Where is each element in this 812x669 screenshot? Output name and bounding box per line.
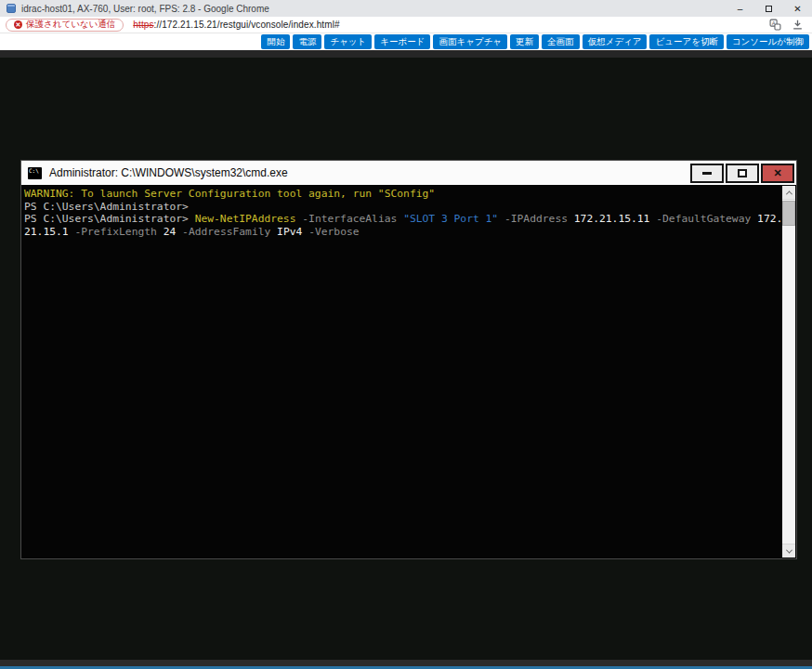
maximize-icon — [766, 6, 772, 12]
scroll-thumb[interactable] — [782, 201, 795, 226]
toolbar-button-4[interactable]: 画面キャプチャ — [433, 34, 507, 50]
toolbar-button-3[interactable]: キーボード — [374, 34, 430, 50]
cmd-prompt-icon: C:\ — [28, 167, 42, 179]
chevron-up-icon — [785, 190, 792, 197]
terminal-line: PS C:\Users\Administrator> New-NetIPAddr… — [24, 213, 779, 226]
toolbar-button-9[interactable]: コンソールが制御 — [727, 34, 809, 50]
chevron-down-icon — [785, 546, 792, 553]
terminal-line: PS C:\Users\Administrator> — [24, 201, 779, 214]
address-url[interactable]: https://172.21.15.21/restgui/vconsole/in… — [133, 20, 339, 30]
toolbar-button-5[interactable]: 更新 — [510, 34, 539, 50]
chrome-window-controls: – ✕ — [726, 0, 812, 17]
chrome-urlbar: ✕ 保護されていない通信 https://172.21.15.21/restgu… — [0, 17, 812, 33]
page-favicon — [7, 4, 16, 13]
cmd-window: C:\ Administrator: C:\WINDOWS\system32\c… — [20, 160, 797, 559]
vconsole-toolbar: 開始電源チャットキーボード画面キャプチャ更新全画面仮想メディアビューアを切断コン… — [0, 33, 812, 50]
url-scheme: https — [133, 20, 153, 30]
scroll-down-button[interactable] — [782, 544, 795, 558]
cmd-minimize-button[interactable] — [690, 164, 724, 183]
toolbar-button-7[interactable]: 仮想メディア — [583, 34, 648, 50]
not-secure-icon: ✕ — [14, 20, 22, 29]
toolbar-button-1[interactable]: 電源 — [293, 34, 321, 50]
scroll-up-button[interactable] — [782, 186, 795, 200]
translate-icon[interactable]: A — [769, 19, 781, 31]
cmd-window-controls: ✕ — [689, 161, 796, 185]
toolbar-button-2[interactable]: チャット — [324, 34, 372, 50]
chrome-close-button[interactable]: ✕ — [783, 0, 812, 17]
cmd-titlebar: C:\ Administrator: C:\WINDOWS\system32\c… — [21, 161, 796, 185]
chrome-minimize-button[interactable]: – — [726, 0, 754, 17]
remote-taskbar-strip — [0, 660, 812, 666]
toolbar-button-0[interactable]: 開始 — [261, 34, 290, 50]
maximize-icon — [738, 169, 747, 177]
window-title: idrac-host01, AX-760, User: root, FPS: 2… — [21, 4, 269, 14]
cmd-maximize-button[interactable] — [726, 164, 759, 183]
download-icon[interactable] — [792, 19, 804, 31]
cmd-close-button[interactable]: ✕ — [761, 164, 794, 183]
security-badge[interactable]: ✕ 保護されていない通信 — [6, 19, 124, 32]
remote-viewer[interactable]: C:\ Administrator: C:\WINDOWS\system32\c… — [0, 50, 812, 669]
security-badge-label: 保護されていない通信 — [26, 19, 115, 31]
toolbar-button-6[interactable]: 全画面 — [542, 34, 580, 50]
url-path: ://172.21.15.21/restgui/vconsole/index.h… — [154, 20, 340, 30]
viewer-top-strip — [0, 50, 812, 58]
cmd-window-title: Administrator: C:\WINDOWS\system32\cmd.e… — [49, 166, 288, 179]
urlbar-icons: A — [769, 19, 804, 31]
minimize-icon — [702, 172, 712, 175]
terminal-scrollbar[interactable] — [782, 186, 795, 558]
terminal-output[interactable]: WARNING: To launch Server Configuration … — [21, 185, 796, 558]
terminal-line: WARNING: To launch Server Configuration … — [24, 188, 779, 201]
chrome-titlebar: idrac-host01, AX-760, User: root, FPS: 2… — [0, 0, 812, 17]
terminal-line: 21.15.1 -PrefixLength 24 -AddressFamily … — [24, 226, 779, 239]
toolbar-button-8[interactable]: ビューアを切断 — [649, 34, 723, 50]
chrome-maximize-button[interactable] — [754, 0, 783, 17]
